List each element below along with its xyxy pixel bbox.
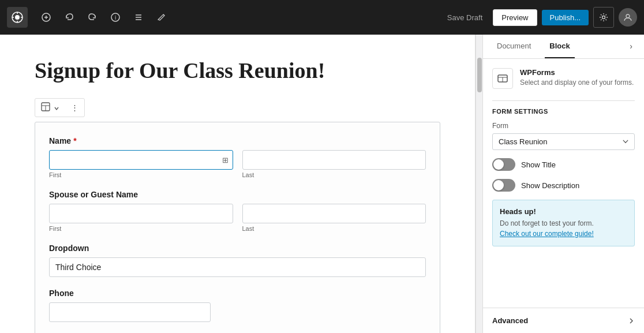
divider (492, 100, 635, 101)
name-field-section: Name * ⊞ First Last (49, 136, 426, 178)
svg-text:i: i (115, 14, 116, 21)
show-title-label: Show Title (521, 160, 556, 169)
svg-point-1 (15, 15, 20, 20)
spouse-last-col: Last (242, 204, 426, 232)
spouse-first-sublabel: First (49, 225, 233, 232)
block-info: WPForms Select and display one of your f… (492, 68, 635, 89)
dropdown-field-section: Dropdown Third Choice (49, 244, 426, 277)
redo-button[interactable] (83, 8, 102, 27)
advanced-title: Advanced (492, 316, 528, 325)
name-last-input[interactable] (242, 150, 426, 170)
show-description-toggle-row: Show Description (492, 179, 635, 192)
toggle-knob-2 (493, 180, 504, 190)
tab-block[interactable]: Block (545, 35, 574, 58)
name-field-label: Name * (49, 136, 426, 145)
phone-field-section: Phone (49, 289, 426, 322)
name-last-sublabel: Last (242, 171, 426, 178)
phone-input[interactable] (49, 302, 211, 322)
svg-point-15 (602, 16, 605, 19)
name-first-sublabel: First (49, 171, 233, 178)
page-title: Signup for Our Class Reunion! (35, 58, 440, 84)
settings-button[interactable] (593, 7, 614, 28)
phone-label: Phone (49, 289, 426, 298)
heads-up-box: Heads up! Do not forget to test your for… (492, 200, 635, 246)
block-info-text: WPForms Select and display one of your f… (520, 68, 634, 88)
block-icon (492, 68, 513, 89)
spouse-first-input[interactable] (49, 204, 233, 223)
main-content: Signup for Our Class Reunion! ⋮ Name * (0, 35, 644, 333)
form-block: Name * ⊞ First Last (35, 122, 440, 333)
form-select-label: Form (492, 122, 635, 130)
spouse-name-field-section: Spouse or Guest Name First Last (49, 190, 426, 232)
form-settings-title: Form Settings (492, 108, 635, 115)
svg-point-16 (626, 14, 630, 18)
publish-button[interactable]: Publish... (542, 10, 589, 25)
toolbar-left: i (7, 7, 171, 28)
toolbar-right: Save Draft Preview Publish... (441, 7, 637, 28)
block-description: Select and display one of your forms. (520, 78, 634, 88)
add-block-button[interactable] (37, 8, 55, 27)
chevron-right-icon (628, 317, 635, 324)
svg-line-14 (163, 14, 164, 16)
edit-button[interactable] (152, 8, 171, 27)
main-toolbar: i Save Draft Preview Publish... (0, 0, 644, 35)
required-marker: * (73, 136, 76, 145)
show-description-label: Show Description (521, 181, 579, 190)
advanced-section[interactable]: Advanced (483, 308, 644, 333)
block-type-button[interactable] (36, 100, 64, 115)
spouse-name-row: First Last (49, 204, 426, 232)
name-first-input[interactable] (49, 150, 233, 170)
spouse-last-sublabel: Last (242, 225, 426, 232)
toggle-knob (493, 159, 504, 170)
editor-area: Signup for Our Class Reunion! ⋮ Name * (0, 35, 475, 333)
sidebar-tabs: Document Block › (483, 35, 644, 59)
undo-button[interactable] (60, 8, 78, 27)
list-view-button[interactable] (129, 8, 148, 27)
form-select[interactable]: Class Reunion Contact Form Newsletter Si… (492, 133, 635, 150)
spouse-first-col: First (49, 204, 233, 232)
spouse-name-label: Spouse or Guest Name (49, 190, 426, 199)
input-icon: ⊞ (222, 155, 229, 164)
more-options-button[interactable]: ⋮ (66, 101, 83, 114)
wp-logo[interactable] (7, 7, 28, 28)
spouse-last-input[interactable] (242, 204, 426, 223)
show-description-toggle[interactable] (492, 179, 515, 192)
heads-up-link[interactable]: Check out our complete guide! (500, 230, 594, 238)
name-last-col: Last (242, 150, 426, 178)
name-field-row: ⊞ First Last (49, 150, 426, 178)
block-toolbar: ⋮ (35, 98, 85, 117)
user-avatar-button[interactable] (619, 8, 637, 27)
sidebar-content: WPForms Select and display one of your f… (483, 59, 644, 308)
dropdown-select[interactable]: Third Choice (49, 257, 426, 277)
tab-document[interactable]: Document (492, 35, 536, 58)
heads-up-text: Do not forget to test your form. Check o… (500, 218, 627, 239)
show-title-toggle-row: Show Title (492, 158, 635, 171)
scrollbar-thumb (477, 58, 482, 92)
heads-up-title: Heads up! (500, 207, 627, 216)
show-title-toggle[interactable] (492, 158, 515, 171)
name-first-col: ⊞ First (49, 150, 233, 178)
save-draft-button[interactable]: Save Draft (441, 10, 488, 25)
dropdown-label: Dropdown (49, 244, 426, 253)
editor-scrollbar[interactable] (475, 35, 482, 333)
form-settings-section: Form Settings Form Class Reunion Contact… (492, 108, 635, 246)
info-button[interactable]: i (106, 8, 125, 27)
block-name: WPForms (520, 68, 634, 77)
name-first-input-wrapper: ⊞ (49, 150, 233, 170)
sidebar-expand-button[interactable]: › (627, 35, 635, 58)
preview-button[interactable]: Preview (493, 9, 537, 26)
right-sidebar: Document Block › WPForms Select and disp… (482, 35, 644, 333)
